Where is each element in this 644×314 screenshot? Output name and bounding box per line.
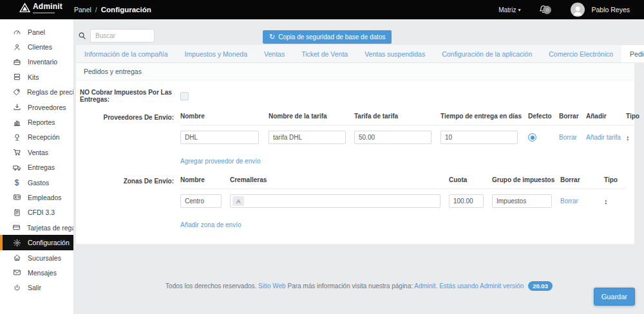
sidebar-item-recepción[interactable]: Recepción xyxy=(0,130,73,145)
tab-información-de-la-compañía[interactable]: Información de la compañía xyxy=(76,45,176,62)
zone-name-input[interactable] xyxy=(180,194,222,208)
provider-name-input[interactable] xyxy=(180,131,259,144)
zipcode-chip[interactable]: A xyxy=(232,196,244,206)
save-button[interactable]: Guardar xyxy=(594,288,635,306)
sidebar-item-ventas[interactable]: Ventas xyxy=(0,145,73,160)
kits-icon xyxy=(12,73,21,82)
gear-icon xyxy=(12,238,21,247)
sidebar-item-entregas[interactable]: Entregas xyxy=(0,160,73,175)
providers-label: Proveedores De Envío: xyxy=(80,113,180,144)
delivery-days-input[interactable] xyxy=(440,131,518,144)
no-tax-label: NO Cobrar Impuestos Por Las Entregas: xyxy=(80,89,180,103)
notifications-bell-icon[interactable]: 0 xyxy=(538,5,549,15)
tab-impuestos-y-moneda[interactable]: Impuestos y Moneda xyxy=(176,45,256,62)
tab-ventas-suspendidas[interactable]: Ventas suspendidas xyxy=(356,45,433,62)
default-radio[interactable] xyxy=(528,133,536,142)
cart-icon xyxy=(12,148,21,157)
tax-group-input[interactable] xyxy=(492,194,552,208)
col-defecto: Defecto xyxy=(528,113,559,120)
add-rate-link[interactable]: Añadir tarifa xyxy=(586,134,621,141)
sidebar-item-sucursales[interactable]: Sucursales xyxy=(0,250,73,265)
sidebar-item-kits[interactable]: Kits xyxy=(0,69,73,84)
breadcrumb-current: Configuración xyxy=(101,6,151,14)
sidebar-item-panel[interactable]: Panel xyxy=(0,24,73,39)
footer-info: Para más información visita nuestra pági… xyxy=(287,282,413,290)
dollar-icon: $ xyxy=(12,178,21,187)
brand-logo[interactable]: Adminit xyxy=(19,3,62,15)
col-borrar: Borrar xyxy=(559,113,586,120)
refresh-icon: ↻ xyxy=(269,33,275,41)
col-cremalleras: Cremalleras xyxy=(230,176,449,183)
zipcodes-input[interactable]: A xyxy=(230,194,440,208)
avatar[interactable] xyxy=(571,3,585,17)
sort-handle-icon[interactable]: ↕ xyxy=(604,198,608,205)
delete-provider-link[interactable]: Borrar xyxy=(559,134,577,141)
power-icon xyxy=(12,283,21,292)
search-icon xyxy=(78,32,86,40)
branch-selector[interactable]: Matriz ▾ xyxy=(498,6,520,14)
database-backup-button[interactable]: ↻ Copia de seguridad de base de datos xyxy=(263,30,392,44)
user-name[interactable]: Pablo Reyes xyxy=(591,6,630,14)
home-icon xyxy=(12,254,21,263)
brand-triangle-icon xyxy=(19,3,30,15)
zones-table: Nombre Cremalleras Cuota Grupo de impues… xyxy=(180,176,627,208)
tab-configuración-de-la-aplicación[interactable]: Configuración de la aplicación xyxy=(433,45,540,62)
sidebar-item-gastos[interactable]: $Gastos xyxy=(0,175,73,190)
dashboard-icon xyxy=(12,28,21,37)
tab-comercio-electrónico[interactable]: Comercio Electrónico xyxy=(540,45,621,62)
section-title: Pedidos y entregas xyxy=(76,63,634,80)
suppliers-icon xyxy=(12,103,21,112)
search-input[interactable] xyxy=(90,29,155,42)
tab-ventas[interactable]: Ventas xyxy=(256,45,293,62)
tab-pedidos-y-entregas[interactable]: Pedidos y entregas xyxy=(621,45,644,62)
sidebar-item-cfdi-3.3[interactable]: CFDI 3.3 xyxy=(0,205,73,220)
sidebar-item-tarjetas-de-rega[interactable]: Tarjetas de rega… xyxy=(0,220,73,235)
tab-ticket-de-venta[interactable]: Ticket de Venta xyxy=(293,45,356,62)
search-box xyxy=(78,29,155,42)
price-tag-icon xyxy=(12,88,21,97)
card-icon xyxy=(12,223,21,232)
no-tax-checkbox[interactable] xyxy=(180,92,189,100)
main-content: ↻ Copia de seguridad de base de datos In… xyxy=(74,19,644,314)
sidebar-item-configuración[interactable]: Configuración xyxy=(0,235,73,250)
sidebar-item-clientes[interactable]: Clientes xyxy=(0,39,73,54)
sidebar-item-mensajes[interactable]: Mensajes xyxy=(0,265,73,280)
notification-badge: 0 xyxy=(543,6,551,14)
sidebar-item-empleados[interactable]: Empleados xyxy=(0,190,73,205)
sidebar-item-salir[interactable]: Salir xyxy=(0,281,73,295)
version-badge: 20.03 xyxy=(528,281,553,291)
sidebar-menu: PanelClientesInventarioKitsReglas de pre… xyxy=(0,19,74,314)
bar-chart-icon xyxy=(12,118,21,127)
col-cuota: Cuota xyxy=(449,176,492,183)
envelope-icon xyxy=(12,268,21,277)
breadcrumb: Panel / Configuración xyxy=(74,0,151,19)
sidebar-item-proveedores[interactable]: Proveedores xyxy=(0,100,73,115)
chevron-down-icon: ▾ xyxy=(518,7,520,13)
delete-zone-link[interactable]: Borrar xyxy=(560,198,578,205)
settings-tabbar: Información de la compañíaImpuestos y Mo… xyxy=(76,45,634,63)
col-zone-borrar: Borrar xyxy=(560,176,604,183)
col-tarifa: Tarifa de tarifa xyxy=(354,113,440,120)
zone-fee-input[interactable] xyxy=(449,194,484,208)
breadcrumb-parent[interactable]: Panel xyxy=(74,6,91,14)
footer-brand-link[interactable]: Adminit. xyxy=(414,282,437,290)
rate-amount-input[interactable] xyxy=(354,131,431,144)
sidebar-item-reglas-de-precios[interactable]: Reglas de precios xyxy=(0,85,73,100)
footer-rights: Todos los derechos reservados. xyxy=(166,282,256,290)
sort-handle-icon[interactable]: ↕ xyxy=(626,134,630,142)
col-grupo: Grupo de impuestos xyxy=(492,176,560,183)
providers-table: Nombre Nombre de la tarifa Tarifa de tar… xyxy=(180,113,639,144)
document-icon xyxy=(12,208,21,217)
sidebar-item-reportes[interactable]: Reportes xyxy=(0,115,73,129)
sidebar-item-inventario[interactable]: Inventario xyxy=(0,55,73,69)
col-tiempo: Tiempo de entrega en días xyxy=(440,113,528,120)
footer-version-text: Estás usando Adminit versión xyxy=(439,282,524,290)
rate-name-input[interactable] xyxy=(269,131,346,144)
truck-icon xyxy=(12,163,21,172)
add-provider-link[interactable]: Agregar proveedor de envío xyxy=(180,158,261,165)
clients-icon xyxy=(12,42,21,51)
add-zone-link[interactable]: Añadir zona de envío xyxy=(180,221,242,228)
toolbar: ↻ Copia de seguridad de base de datos xyxy=(74,19,644,45)
reception-icon xyxy=(12,133,21,142)
footer-site-link[interactable]: Sitio Web xyxy=(258,282,286,290)
